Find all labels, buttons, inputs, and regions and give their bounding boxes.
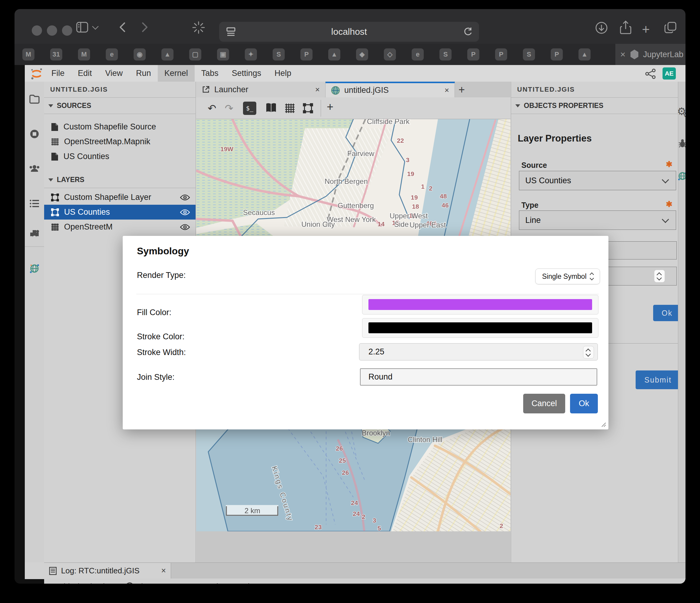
undo-button[interactable]: ↶	[208, 102, 217, 114]
downloads-icon[interactable]	[595, 21, 608, 34]
file-browser-icon[interactable]	[29, 94, 40, 105]
resize-handle-icon[interactable]	[601, 421, 606, 427]
address-bar[interactable]: localhost	[219, 22, 479, 42]
bookmark-favicon[interactable]: ▣	[217, 48, 229, 61]
fill-color-field[interactable]	[362, 295, 598, 314]
table-of-contents-icon[interactable]	[29, 198, 40, 209]
submit-button[interactable]: Submit	[635, 370, 680, 389]
bookmark-favicon[interactable]: e	[412, 48, 424, 61]
bookmark-favicon[interactable]: ◆	[356, 48, 368, 61]
new-tab-button[interactable]: +	[642, 22, 650, 37]
stroke-color-swatch[interactable]	[369, 322, 592, 333]
close-tab-icon[interactable]: ×	[315, 85, 320, 94]
pinned-tab-jupyterlab[interactable]: × JupyterLab	[615, 44, 685, 65]
bookmark-favicon[interactable]: ▲	[578, 48, 591, 61]
bookmark-favicon[interactable]: M	[78, 48, 90, 61]
bookmark-favicon[interactable]: 31	[50, 48, 62, 61]
layer-item-custom-shapefile-layer[interactable]: Custom Shapefile Layer	[44, 190, 196, 205]
bookmark-favicon[interactable]: M	[22, 48, 34, 61]
stroke-color-field[interactable]	[362, 318, 598, 338]
bookmark-favicon[interactable]: P	[300, 48, 312, 61]
back-button[interactable]	[117, 21, 128, 33]
panel-ok-button[interactable]: Ok	[653, 305, 681, 321]
menu-run[interactable]: Run	[129, 65, 158, 82]
source-select[interactable]: US Counties	[519, 171, 676, 190]
menu-view[interactable]: View	[99, 65, 129, 82]
bookmark-favicon[interactable]: P	[467, 48, 479, 61]
bookmark-favicon[interactable]: ▢	[189, 48, 201, 61]
layer-visibility-eye-icon[interactable]	[180, 194, 190, 201]
layer-item-us-counties[interactable]: US Counties	[44, 205, 196, 220]
menu-edit[interactable]: Edit	[71, 65, 99, 82]
close-tab-icon[interactable]: ×	[445, 86, 449, 95]
log-level-select[interactable]: Warning	[229, 582, 269, 584]
stroke-width-input[interactable]: 2.25	[359, 343, 598, 360]
collaboration-icon[interactable]	[29, 163, 40, 174]
bookmark-favicon[interactable]: P	[551, 48, 563, 61]
running-kernels-icon[interactable]	[29, 128, 40, 139]
menu-settings[interactable]: Settings	[225, 65, 268, 82]
close-log-tab-icon[interactable]: ×	[161, 566, 166, 576]
jupytergis-icon[interactable]	[29, 263, 40, 274]
stepper-buttons[interactable]	[654, 270, 665, 283]
log-panel-tab[interactable]: Log: RTC:untitled.jGIS ×	[44, 563, 171, 579]
tab-untitled-jgis[interactable]: untitled.jGIS ×	[326, 82, 455, 97]
menu-kernel[interactable]: Kernel	[158, 65, 195, 82]
render-type-select[interactable]: Single Symbol	[535, 268, 600, 284]
layer-visibility-eye-icon[interactable]	[180, 209, 190, 216]
bookmark-favicon[interactable]: S	[523, 48, 535, 61]
fill-color-swatch[interactable]	[369, 299, 592, 310]
close-icon[interactable]: ×	[620, 49, 626, 59]
clear-log-button[interactable]: Clear Log	[126, 582, 170, 584]
jupytergis-panel-icon[interactable]	[677, 171, 685, 181]
vector-layer-icon[interactable]	[303, 103, 314, 114]
tab-launcher[interactable]: Launcher ×	[196, 82, 326, 97]
add-checkpoint-button[interactable]: +Add Checkpoint	[48, 581, 111, 584]
layer-visibility-eye-icon[interactable]	[180, 224, 190, 231]
zoom-window-button[interactable]	[62, 25, 72, 36]
bookmark-favicon[interactable]: ◉	[133, 48, 146, 61]
source-item-openstreetmap-mapnik[interactable]: OpenStreetMap.Mapnik	[44, 134, 196, 149]
close-window-button[interactable]	[32, 25, 42, 36]
menu-tabs[interactable]: Tabs	[195, 65, 225, 82]
bookmark-favicon[interactable]: ▲	[161, 48, 174, 61]
bookmark-favicon[interactable]: ◇	[384, 48, 396, 61]
share-nodes-icon[interactable]	[645, 69, 656, 79]
reload-icon[interactable]	[463, 27, 473, 37]
bookmark-favicon[interactable]: S	[440, 48, 452, 61]
basemap-book-icon[interactable]	[265, 102, 277, 114]
layers-section-header[interactable]: LAYERS	[44, 172, 196, 188]
bookmark-favicon[interactable]: e	[106, 48, 118, 61]
share-icon[interactable]	[619, 21, 632, 35]
forward-button[interactable]	[139, 21, 150, 33]
bookmark-favicon[interactable]: ▲	[328, 48, 340, 61]
settings-gears-icon[interactable]: ⚙⚙	[677, 105, 685, 117]
objects-properties-header[interactable]: OBJECTS PROPERTIES	[511, 98, 678, 114]
chevron-down-icon[interactable]	[92, 23, 99, 30]
bookmark-favicon[interactable]: ✦	[245, 48, 257, 61]
type-select[interactable]: Line	[519, 211, 676, 230]
source-item-custom-shapefile-source[interactable]: Custom Shapefile Source	[44, 119, 196, 134]
user-avatar[interactable]: AE	[662, 68, 676, 79]
debugger-bug-icon[interactable]	[678, 139, 685, 148]
ok-button[interactable]: Ok	[570, 394, 598, 413]
source-item-us-counties[interactable]: US Counties	[44, 149, 196, 164]
bookmark-favicon[interactable]: S	[273, 48, 285, 61]
stepper-buttons[interactable]	[583, 346, 594, 359]
menu-file[interactable]: File	[45, 65, 71, 82]
extensions-icon[interactable]	[29, 228, 40, 239]
console-button[interactable]: $_	[243, 102, 256, 115]
bookmark-favicon[interactable]: P	[495, 48, 507, 61]
new-tab-plus-button[interactable]: +	[458, 83, 465, 96]
raster-grid-icon[interactable]	[284, 103, 295, 114]
menu-help[interactable]: Help	[268, 65, 298, 82]
join-style-select[interactable]: Round	[360, 368, 597, 386]
add-layer-plus-button[interactable]: +	[327, 100, 333, 114]
tab-overview-icon[interactable]	[664, 21, 678, 34]
redo-button[interactable]: ↷	[225, 102, 234, 114]
minimize-window-button[interactable]	[47, 25, 57, 36]
sidebar-toggle-icon[interactable]	[76, 21, 89, 33]
sources-section-header[interactable]: SOURCES	[44, 98, 196, 114]
reader-icon[interactable]	[226, 27, 236, 37]
cancel-button[interactable]: Cancel	[523, 394, 565, 413]
